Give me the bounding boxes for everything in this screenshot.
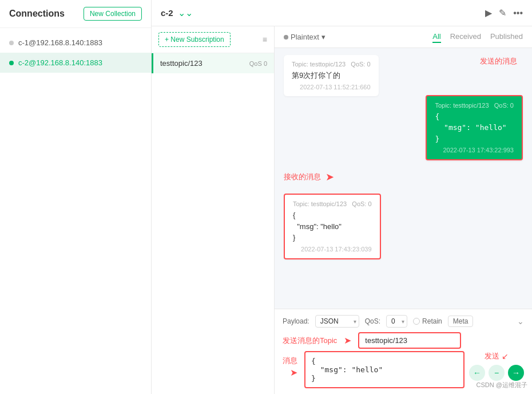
chevron-down-icon[interactable]: ⌄⌄ <box>178 7 193 18</box>
arrow-right-icon: ➤ <box>325 171 334 183</box>
expand-icon[interactable]: ⌄ <box>517 317 524 326</box>
message-annotation: 消息 ➤ <box>283 356 297 378</box>
sidebar-header: Connections New Collection <box>0 0 151 28</box>
received-msg-annotation: 接收的消息 <box>284 172 321 182</box>
send-button[interactable]: → <box>508 365 524 381</box>
prev-button[interactable]: ← <box>469 365 485 381</box>
topbar-left: c-2 ⌄⌄ <box>161 7 193 18</box>
connection-item-c1[interactable]: c-1@192.168.8.140:1883 <box>0 33 151 53</box>
new-subscription-button[interactable]: + New Subscription <box>158 32 231 47</box>
qos-select-wrapper: 0 1 2 <box>386 315 407 328</box>
sidebar: Connections New Collection c-1@192.168.8… <box>0 0 152 394</box>
payload-select-wrapper: JSON Plaintext Base64 Hex <box>315 315 359 328</box>
msg-meta-r2: Topic: testtopic/123 QoS: 0 <box>293 200 372 207</box>
msg-content-r2: { "msg": "hello"} <box>293 210 372 243</box>
sub-header: + New Subscription ≡ <box>152 26 274 53</box>
retain-radio <box>413 318 420 325</box>
msg-topic-sent: Topic: testtopic/123 <box>435 102 489 109</box>
topic-annotation-label: 发送消息的Topic <box>283 336 337 346</box>
topbar-actions: ▶ ✎ ••• <box>485 7 523 18</box>
run-icon[interactable]: ▶ <box>485 7 492 18</box>
msg-qos-r2: QoS: 0 <box>352 200 371 207</box>
more-icon[interactable]: ••• <box>513 8 523 18</box>
connection-item-c2[interactable]: c-2@192.168.8.140:1883 <box>0 53 151 73</box>
message-tabs: All Received Published <box>432 31 523 43</box>
format-label: Plaintext <box>291 33 319 41</box>
connection-label: c-2@192.168.8.140:1883 <box>18 58 102 67</box>
tab-received[interactable]: Received <box>450 31 481 43</box>
format-selector[interactable]: Plaintext ▾ <box>284 33 325 41</box>
retain-label: Retain <box>422 317 442 325</box>
message-item-sent: Topic: testtopic/123 QoS: 0 { "msg": "he… <box>426 95 523 161</box>
msg-content-sent: { "msg": "hello"} <box>435 111 514 145</box>
topic-input[interactable] <box>358 332 461 349</box>
message-list: Topic: testtopic/123 QoS: 0 第9次打你丫的 2022… <box>275 48 532 309</box>
content-area: + New Subscription ≡ testtopic/123 QoS 0… <box>152 26 532 394</box>
status-dot <box>284 35 288 40</box>
msg-timestamp: 2022-07-13 11:52:21:660 <box>292 84 371 90</box>
msg-topic-r2: Topic: testtopic/123 <box>293 200 347 207</box>
topic-qos: QoS 0 <box>249 60 267 67</box>
msg-content: 第9次打你丫的 <box>292 70 371 81</box>
qos-label: QoS: <box>365 317 380 325</box>
send-arrow-icon: ↙ <box>502 352 509 361</box>
message-annotation-label: 消息 <box>283 356 297 366</box>
tab-published[interactable]: Published <box>490 31 523 43</box>
send-section: 发送 ↙ ← − → <box>469 351 524 381</box>
meta-button[interactable]: Meta <box>448 316 474 327</box>
message-item-received-2: Topic: testtopic/123 QoS: 0 { "msg": "he… <box>284 194 381 259</box>
connection-label: c-1@192.168.8.140:1883 <box>18 38 102 47</box>
qos-select[interactable]: 0 1 2 <box>386 315 407 328</box>
topbar-connection-name: c-2 <box>161 8 173 18</box>
message-arrow-icon: ➤ <box>290 367 297 378</box>
annotation-sent: 发送的消息 <box>284 56 523 66</box>
msg-meta-sent: Topic: testtopic/123 QoS: 0 <box>435 102 514 109</box>
main-panel: c-2 ⌄⌄ ▶ ✎ ••• + New Subscription ≡ test… <box>152 0 532 394</box>
topic-item[interactable]: testtopic/123 QoS 0 <box>152 53 274 73</box>
topic-row: 发送消息的Topic ➤ <box>283 332 524 349</box>
sent-msg-container: Topic: testtopic/123 QoS: 0 { "msg": "he… <box>284 95 523 161</box>
topic-arrow-icon: ➤ <box>344 335 351 346</box>
messages-panel: Plaintext ▾ All Received Published Topic… <box>275 26 532 394</box>
connection-list: c-1@192.168.8.140:1883 c-2@192.168.8.140… <box>0 28 151 77</box>
tab-all[interactable]: All <box>432 31 440 43</box>
messages-header: Plaintext ▾ All Received Published <box>275 26 532 48</box>
annotation-received: 接收的消息 ➤ <box>284 171 523 183</box>
payload-label: Payload: <box>283 317 309 325</box>
sidebar-title: Connections <box>9 9 65 19</box>
connection-status-dot <box>9 41 14 45</box>
edit-icon[interactable]: ✎ <box>499 7 506 18</box>
new-collection-button[interactable]: New Collection <box>84 7 142 21</box>
payload-format-select[interactable]: JSON Plaintext Base64 Hex <box>315 315 359 328</box>
subscriptions-panel: + New Subscription ≡ testtopic/123 QoS 0 <box>152 26 275 394</box>
list-icon[interactable]: ≡ <box>263 35 267 44</box>
payload-editor[interactable]: { "msg": "hello"} <box>304 351 464 388</box>
msg-timestamp-sent: 2022-07-13 17:43:22:993 <box>435 147 514 153</box>
compose-toolbar: Payload: JSON Plaintext Base64 Hex QoS: … <box>283 315 524 328</box>
msg-timestamp-r2: 2022-07-13 17:43:23:039 <box>293 246 372 253</box>
topbar: c-2 ⌄⌄ ▶ ✎ ••• <box>152 0 532 26</box>
watermark: CSDN @运维混子 <box>477 381 527 389</box>
minus-button[interactable]: − <box>489 365 505 381</box>
topic-name: testtopic/123 <box>160 59 203 68</box>
retain-button[interactable]: Retain <box>413 317 442 325</box>
format-chevron-icon: ▾ <box>321 33 325 41</box>
connection-status-dot-active <box>9 61 14 65</box>
sent-msg-annotation: 发送的消息 <box>480 56 517 66</box>
msg-qos-sent: QoS: 0 <box>494 102 514 109</box>
send-annotation-label: 发送 <box>485 351 499 361</box>
